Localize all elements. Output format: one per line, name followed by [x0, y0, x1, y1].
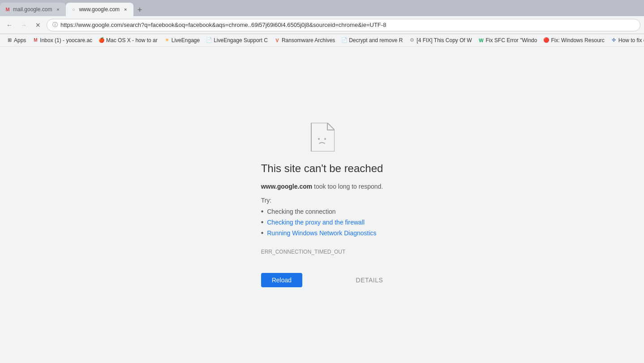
forward-button[interactable]: → — [18, 19, 30, 31]
tab-mail[interactable]: M mail.google.com × — [0, 3, 66, 16]
error-container: This site can't be reached www.google.co… — [261, 123, 383, 287]
bookmark-ransomware-favicon: V — [274, 37, 280, 43]
bookmark-howto-label: How to fix c — [618, 37, 644, 43]
bookmark-inbox-label: Inbox (1) - yoocare.ac — [40, 37, 92, 43]
bookmark-howto[interactable]: ✤ How to fix c — [608, 35, 644, 45]
bookmark-sfc-favicon: W — [478, 37, 485, 43]
tab-mail-close[interactable]: × — [54, 6, 61, 13]
error-description-suffix: took too long to respond. — [312, 183, 383, 190]
url-bar[interactable]: ⓘ https://www.google.com/search?q=facebo… — [47, 19, 640, 31]
bookmark-apps-favicon: ⊞ — [6, 37, 13, 43]
bookmark-sfc-label: Fix SFC Error "Windo — [486, 37, 537, 43]
bookmark-apps[interactable]: ⊞ Apps — [4, 35, 29, 45]
reload-stop-button[interactable]: ✕ — [32, 19, 44, 31]
bookmark-ransomware-label: Ransomware Archives — [282, 37, 335, 43]
button-row: Reload DETAILS — [261, 273, 383, 287]
bookmark-apps-label: Apps — [14, 37, 26, 43]
bookmark-4fix-favicon: ⚙ — [409, 37, 415, 43]
suggestion-2-link[interactable]: Checking the proxy and the firewall — [267, 219, 365, 226]
url-text: https://www.google.com/search?q=facebook… — [60, 22, 386, 28]
svg-point-0 — [318, 138, 320, 140]
bookmark-fixwin[interactable]: 🔴 Fix: Windows Resourc — [541, 35, 607, 45]
error-site-name: www.google.com — [261, 183, 313, 190]
bookmark-fixwin-label: Fix: Windows Resourc — [551, 37, 604, 43]
try-label: Try: — [261, 197, 272, 204]
bookmarks-bar: ⊞ Apps M Inbox (1) - yoocare.ac 🍎 Mac OS… — [0, 34, 644, 47]
reload-button[interactable]: Reload — [261, 273, 302, 287]
bookmark-ransomware[interactable]: V Ransomware Archives — [271, 35, 338, 45]
bookmark-decrypt-favicon: 📄 — [341, 37, 348, 43]
suggestion-3[interactable]: Running Windows Network Diagnostics — [261, 229, 377, 237]
browser-chrome: M mail.google.com × ○ www.google.com × +… — [0, 0, 644, 47]
bookmark-macos[interactable]: 🍎 Mac OS X - how to ar — [96, 35, 160, 45]
error-heading: This site can't be reached — [261, 162, 383, 175]
bookmark-liveengage[interactable]: ☀ LiveEngage — [161, 35, 202, 45]
bookmark-liveengage-favicon: ☀ — [164, 37, 170, 43]
bookmark-liveengage-support[interactable]: 📄 LiveEngage Support C — [203, 35, 270, 45]
tab-mail-title: mail.google.com — [13, 6, 52, 13]
svg-point-1 — [324, 138, 326, 140]
tab-google[interactable]: ○ www.google.com × — [66, 3, 133, 16]
bookmark-liveengage-label: LiveEngage — [172, 37, 200, 43]
tab-google-close[interactable]: × — [122, 6, 129, 13]
bookmark-inbox[interactable]: M Inbox (1) - yoocare.ac — [30, 35, 95, 45]
suggestion-3-link[interactable]: Running Windows Network Diagnostics — [267, 229, 376, 237]
tab-mail-favicon: M — [4, 6, 11, 13]
bookmark-decrypt-label: Decrypt and remove R — [349, 37, 403, 43]
address-bar: ← → ✕ ⓘ https://www.google.com/search?q=… — [0, 16, 644, 34]
suggestion-1-text: Checking the connection — [267, 208, 335, 215]
bookmark-4fix[interactable]: ⚙ [4 FIX] This Copy Of W — [406, 35, 474, 45]
back-button[interactable]: ← — [4, 19, 15, 31]
bookmark-4fix-label: [4 FIX] This Copy Of W — [416, 37, 472, 43]
bookmark-inbox-favicon: M — [32, 37, 39, 43]
bookmark-sfc[interactable]: W Fix SFC Error "Windo — [476, 35, 540, 45]
error-code: ERR_CONNECTION_TIMED_OUT — [261, 249, 346, 255]
sad-file-icon — [309, 123, 335, 151]
security-icon: ⓘ — [52, 21, 58, 29]
error-page: This site can't be reached www.google.co… — [0, 47, 644, 363]
bookmark-macos-label: Mac OS X - how to ar — [106, 37, 158, 43]
tab-bar: M mail.google.com × ○ www.google.com × + — [0, 0, 644, 16]
tab-google-title: www.google.com — [79, 6, 120, 13]
suggestions-list: Checking the connection Checking the pro… — [261, 207, 377, 240]
bookmark-howto-favicon: ✤ — [611, 37, 617, 43]
bookmark-liveengage-support-label: LiveEngage Support C — [214, 37, 268, 43]
suggestion-1: Checking the connection — [261, 207, 377, 216]
bookmark-fixwin-favicon: 🔴 — [543, 37, 550, 43]
bookmark-decrypt[interactable]: 📄 Decrypt and remove R — [339, 35, 405, 45]
new-tab-button[interactable]: + — [133, 4, 146, 16]
error-description: www.google.com took too long to respond. — [261, 182, 383, 191]
bookmark-macos-favicon: 🍎 — [99, 37, 105, 43]
tab-google-favicon: ○ — [70, 6, 77, 13]
bookmark-liveengage-support-favicon: 📄 — [206, 37, 212, 43]
details-button[interactable]: DETAILS — [356, 277, 383, 284]
suggestion-2[interactable]: Checking the proxy and the firewall — [261, 218, 377, 226]
